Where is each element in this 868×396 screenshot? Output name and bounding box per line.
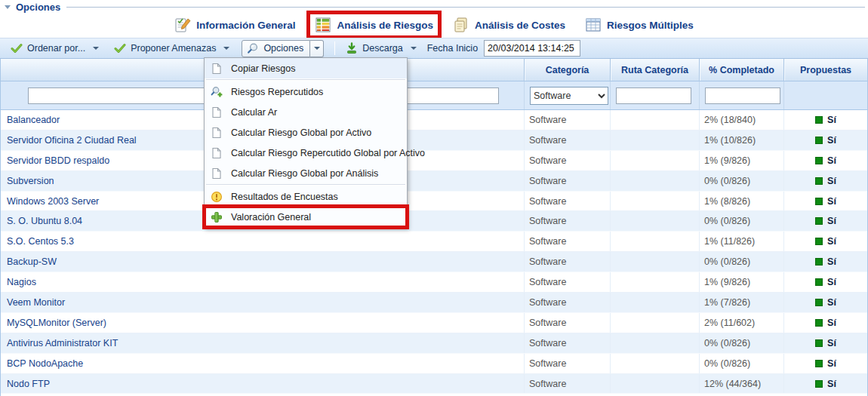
table-row[interactable]: BCP NodoApache Software 0% (0/826) Sí [1,354,867,374]
menu-item-calcular-riesgo-global-por-activo[interactable]: Calcular Riesgo Global por Activo [205,122,407,143]
table-row[interactable]: Servidor Oficina 2 Ciudad Real Software … [1,130,867,151]
page-icon [211,147,223,159]
start-date-input[interactable] [484,40,580,57]
menu-item-calcular-ar[interactable]: Calcular Ar [205,102,407,122]
ruta-filter-input[interactable] [616,87,691,104]
check-icon [114,42,126,54]
column-header-categoria[interactable]: Categoría [524,59,610,81]
propuestas-cell: Sí [783,171,867,191]
table-row[interactable]: Subversion Software 0% (0/826) Sí [1,171,867,192]
completed-cell: 1% (11/826) [699,232,783,251]
propuestas-cell: Sí [783,151,867,170]
menu-item-calcular-riesgo-global-por-an-lisis[interactable]: Calcular Riesgo Global por Análisis [205,163,407,183]
completed-cell: 12% (44/364) [699,374,783,394]
category-cell: Software [524,354,610,373]
tab-label: Información General [196,20,295,31]
menu-item-label: Calcular Ar [231,107,277,118]
options-dropdown-arrow[interactable] [310,40,324,57]
status-green-square-icon [815,116,823,124]
grid-header-row: Categoría Ruta Categoría % Completado Pr… [1,59,867,81]
sort-by-button[interactable]: Ordenar por... [8,41,102,56]
status-green-square-icon [815,360,823,367]
propuestas-value: Sí [827,256,836,267]
menu-item-riesgos-repercutidos[interactable]: Riesgos Repercutidos [205,81,407,102]
page-icon [211,167,223,180]
menu-item-label: Calcular Riesgo Repercutido Global por A… [231,148,425,158]
status-green-square-icon [815,217,823,225]
table-row[interactable]: MySQLMonitor (Server) Software 2% (11/60… [1,313,867,333]
asset-name-cell[interactable]: Antivirus Administrator KIT [1,333,524,353]
menu-item-resultados-de-encuestas[interactable]: Resultados de Encuestas [205,186,407,207]
asset-name-cell[interactable]: Nagios [1,272,524,292]
table-row[interactable]: Backup-SW Software 0% (0/826) Sí [1,252,867,272]
completed-cell: 2% (11/602) [699,313,783,333]
propuestas-value: Sí [827,236,836,247]
menu-item-calcular-riesgo-repercutido-global-por-activo[interactable]: Calcular Riesgo Repercutido Global por A… [205,143,407,163]
copy-pages-icon [453,17,469,33]
asset-name-cell[interactable]: S.O. Centos 5.3 [1,232,524,251]
asset-name-cell[interactable]: Nodo FTP [1,374,524,394]
tab-label: Análisis de Riesgos [337,20,433,31]
download-icon [346,42,358,54]
asset-name-cell[interactable]: Backup-SW [1,252,524,272]
menu-item-label: Resultados de Encuestas [231,192,338,202]
check-icon [11,42,23,54]
table-row[interactable]: Nagios Software 1% (9/826) Sí [1,272,867,293]
menu-item-copiar-riesgos[interactable]: Copiar Riesgos [205,58,407,78]
download-button[interactable]: Descarga [343,41,420,56]
table-row[interactable]: S. O. Ubuntu 8.04 Software 0% (0/826) Sí [1,211,867,232]
menu-item-valoraci-n-general[interactable]: Valoración General [205,207,407,227]
tab-label: Riesgos Múltiples [607,20,694,31]
status-green-square-icon [815,177,823,185]
magnifier-plus-icon [211,86,223,98]
tab-informacion-general[interactable]: Información General [170,14,300,35]
collapse-arrow-icon[interactable] [5,5,11,9]
tab-analisis-de-riesgos[interactable]: Análisis de Riesgos [310,14,438,35]
asset-name-cell[interactable]: Veem Monitor [1,293,524,312]
menu-item-label: Valoración General [231,212,311,223]
propuestas-cell: Sí [783,192,867,211]
status-green-square-icon [815,198,823,205]
ruta-categoria-cell [610,232,699,251]
tab-analisis-de-costes[interactable]: Análisis de Costes [448,14,570,35]
propose-threats-button[interactable]: Proponer Amenazas [111,41,232,56]
grid-rows: Balanceador Software 2% (18/840) Sí Serv… [1,110,867,394]
grid-table-icon [585,17,602,33]
table-row[interactable]: Servidor BBDD respaldo Software 1% (9/82… [1,151,867,171]
ruta-categoria-cell [610,192,699,211]
warning-icon [211,191,223,203]
status-green-square-icon [815,137,823,144]
table-row[interactable]: Windows 2003 Server Software 1% (8/826) … [1,192,867,212]
column-header-propuestas[interactable]: Propuestas [783,59,867,81]
table-row[interactable]: Balanceador Software 2% (18/840) Sí [1,110,867,130]
completed-cell: 0% (0/826) [699,211,783,231]
asset-name-cell[interactable]: MySQLMonitor (Server) [1,313,524,333]
completed-cell: 1% (8/826) [699,192,783,211]
toolbar-separator [334,41,335,55]
column-header-ruta-categoria[interactable]: Ruta Categoría [610,59,699,81]
fieldset-rule [66,7,865,8]
status-green-square-icon [815,278,823,286]
plus-icon [211,211,223,223]
table-row[interactable]: Nodo FTP Software 12% (44/364) Sí [1,374,867,394]
category-cell: Software [524,151,610,170]
completed-cell: 1% (10/826) [699,130,783,150]
category-cell: Software [524,374,610,394]
asset-name-cell[interactable]: BCP NodoApache [1,354,524,373]
propuestas-value: Sí [827,318,836,328]
table-row[interactable]: Veem Monitor Software 1% (7/826) Sí [1,293,867,313]
column-header-completado[interactable]: % Completado [699,59,783,81]
propuestas-cell: Sí [783,252,867,272]
ruta-categoria-cell [610,333,699,353]
category-filter-select[interactable]: Software [530,87,608,105]
completado-filter-input[interactable] [705,87,780,104]
table-row[interactable]: Antivirus Administrator KIT Software 0% … [1,333,867,354]
table-row[interactable]: S.O. Centos 5.3 Software 1% (11/826) Sí [1,232,867,252]
propuestas-value: Sí [827,338,836,348]
propuestas-cell: Sí [783,333,867,353]
options-split-button: Opciones [242,40,324,57]
propuestas-cell: Sí [783,354,867,373]
status-green-square-icon [815,238,823,245]
options-button[interactable]: Opciones [242,40,310,57]
tab-riesgos-multiples[interactable]: Riesgos Múltiples [580,14,698,35]
